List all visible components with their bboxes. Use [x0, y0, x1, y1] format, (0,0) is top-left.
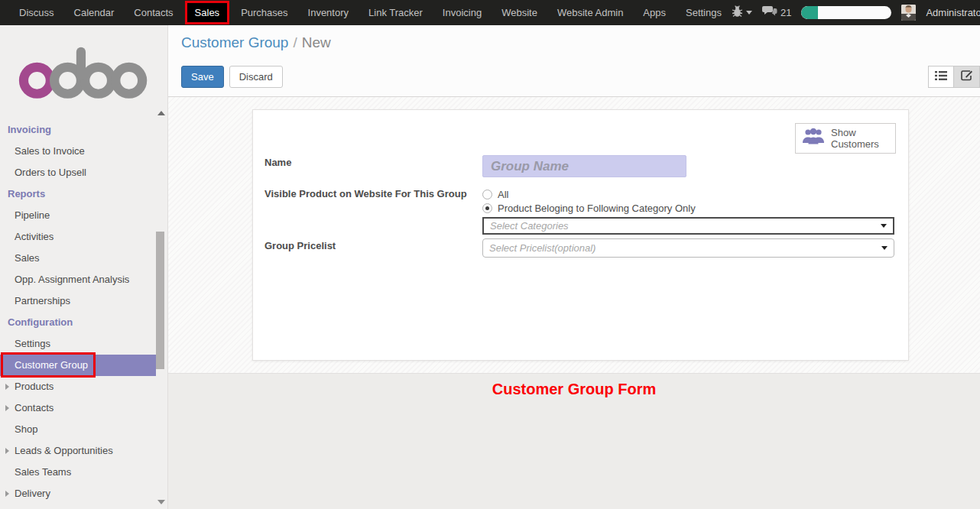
sidebar-item-sales[interactable]: Sales	[0, 248, 156, 269]
sidebar-item-label: Products	[15, 381, 54, 392]
group-name-input[interactable]	[482, 155, 686, 177]
show-customers-label: Show Customers	[831, 127, 879, 150]
expand-arrow-icon	[5, 405, 9, 411]
odoo-app-window: Discuss Calendar Contacts Sales Purchase…	[0, 0, 980, 509]
sidebar-item-products[interactable]: Products	[0, 376, 156, 397]
top-menu-bar: Discuss Calendar Contacts Sales Purchase…	[0, 0, 980, 25]
sidebar-item-delivery[interactable]: Delivery	[0, 483, 156, 504]
sidebar-header-reports[interactable]: Reports	[0, 183, 156, 205]
radio-checked-icon[interactable]	[482, 203, 492, 213]
topbar-item-contacts[interactable]: Contacts	[124, 0, 183, 25]
chevron-down-icon	[746, 11, 752, 15]
sidebar-item-partnerships[interactable]: Partnerships	[0, 290, 156, 312]
breadcrumb-current: New	[302, 34, 331, 50]
topbar-item-inventory[interactable]: Inventory	[298, 0, 359, 25]
sidebar: Invoicing Sales to Invoice Orders to Ups…	[0, 25, 168, 509]
group-pricelist-field-label: Group Pricelist	[264, 240, 336, 251]
chat-bubbles-icon	[762, 5, 777, 21]
progress-pill[interactable]	[801, 6, 891, 19]
select-categories-placeholder: Select Categories	[490, 220, 881, 232]
discard-button[interactable]: Discard	[229, 66, 283, 88]
user-menu-label: Administrator (braintree)	[926, 7, 980, 18]
messages-menu[interactable]: 21	[762, 5, 791, 21]
breadcrumb-parent-link[interactable]: Customer Group	[181, 34, 288, 50]
scroll-up-arrow[interactable]	[157, 111, 165, 115]
form-view-button[interactable]	[954, 66, 980, 88]
expand-arrow-icon	[5, 491, 9, 497]
customer-group-form-sheet: Show Customers Name Visible Product on W…	[252, 109, 909, 361]
sidebar-item-customer-group-selected[interactable]: Customer Group	[0, 355, 156, 376]
record-action-buttons: Save Discard	[181, 66, 283, 88]
sidebar-item-label: Contacts	[15, 402, 54, 413]
sidebar-item-leads-opportunities[interactable]: Leads & Opportunities	[0, 440, 156, 462]
topbar-item-purchases[interactable]: Purchases	[231, 0, 297, 25]
control-panel: Customer Group/New Save Discard	[168, 25, 980, 97]
list-view-icon	[935, 70, 947, 84]
sidebar-item-opp-assignment-analysis[interactable]: Opp. Assignment Analysis	[0, 269, 156, 290]
select-pricelist-dropdown[interactable]: Select Pricelist(optional)	[482, 238, 894, 258]
top-menu-items: Discuss Calendar Contacts Sales Purchase…	[9, 0, 732, 25]
show-customers-button[interactable]: Show Customers	[795, 123, 896, 154]
sidebar-item-orders-to-upsell[interactable]: Orders to Upsell	[0, 162, 156, 183]
below-content-area: Customer Group Form	[168, 373, 980, 509]
sidebar-menu: Invoicing Sales to Invoice Orders to Ups…	[0, 119, 156, 504]
sidebar-item-sales-to-invoice[interactable]: Sales to Invoice	[0, 141, 156, 162]
sidebar-item-label: Customer Group	[15, 359, 88, 371]
expand-arrow-icon	[5, 384, 9, 390]
radio-unchecked-icon[interactable]	[482, 190, 492, 199]
sidebar-item-sales-teams[interactable]: Sales Teams	[0, 462, 156, 483]
breadcrumb: Customer Group/New	[181, 34, 331, 51]
topbar-item-discuss[interactable]: Discuss	[9, 0, 64, 25]
select-pricelist-placeholder: Select Pricelist(optional)	[489, 242, 881, 254]
form-view-icon	[961, 70, 973, 84]
message-count-badge: 21	[780, 7, 791, 18]
user-menu[interactable]: Administrator (braintree)	[926, 7, 980, 18]
systray: 21 Administrator (braintree)	[732, 5, 980, 21]
user-avatar[interactable]	[901, 5, 916, 21]
sidebar-scrollbar	[155, 102, 166, 509]
radio-label: Product Beloging to Following Category O…	[498, 203, 696, 214]
annotation-caption: Customer Group Form	[168, 381, 980, 398]
topbar-item-website[interactable]: Website	[492, 0, 547, 25]
topbar-item-website-admin[interactable]: Website Admin	[547, 0, 633, 25]
topbar-item-calendar[interactable]: Calendar	[64, 0, 125, 25]
dropdown-caret-icon	[881, 224, 887, 228]
customers-group-icon	[802, 128, 825, 149]
save-button[interactable]: Save	[181, 66, 224, 88]
sidebar-item-label: Leads & Opportunities	[15, 445, 113, 456]
expand-arrow-icon	[5, 448, 9, 454]
sidebar-item-settings[interactable]: Settings	[0, 333, 156, 355]
form-view-area: Show Customers Name Visible Product on W…	[168, 97, 980, 373]
name-field-label: Name	[264, 157, 291, 168]
topbar-item-link-tracker[interactable]: Link Tracker	[359, 0, 433, 25]
sidebar-item-label: Delivery	[15, 488, 50, 499]
debug-menu[interactable]	[732, 5, 752, 21]
topbar-item-sales-active[interactable]: Sales	[185, 1, 230, 24]
topbar-item-apps[interactable]: Apps	[633, 0, 676, 25]
radio-label: All	[498, 189, 508, 200]
topbar-item-settings[interactable]: Settings	[676, 0, 732, 25]
topbar-item-invoicing[interactable]: Invoicing	[433, 0, 492, 25]
sidebar-header-configuration[interactable]: Configuration	[0, 312, 156, 333]
list-view-button[interactable]	[928, 66, 954, 88]
view-switcher	[928, 66, 980, 88]
odoo-logo[interactable]	[18, 42, 148, 102]
sidebar-item-pipeline[interactable]: Pipeline	[0, 205, 156, 226]
select-categories-dropdown[interactable]: Select Categories	[482, 217, 894, 235]
sidebar-item-activities[interactable]: Activities	[0, 226, 156, 248]
sidebar-item-shop[interactable]: Shop	[0, 419, 156, 440]
sidebar-header-invoicing[interactable]: Invoicing	[0, 119, 156, 141]
breadcrumb-separator: /	[288, 34, 301, 50]
radio-option-all[interactable]: All	[482, 189, 508, 200]
radio-option-category-only[interactable]: Product Beloging to Following Category O…	[482, 203, 696, 214]
main-content: Customer Group/New Save Discard	[168, 25, 980, 509]
bug-icon	[732, 5, 743, 21]
progress-fill	[801, 6, 818, 19]
sidebar-item-contacts[interactable]: Contacts	[0, 397, 156, 419]
dropdown-caret-icon	[881, 246, 888, 250]
scroll-down-arrow[interactable]	[157, 500, 165, 504]
scrollbar-thumb[interactable]	[156, 232, 164, 369]
visible-product-field-label: Visible Product on Website For This Grou…	[264, 188, 467, 199]
